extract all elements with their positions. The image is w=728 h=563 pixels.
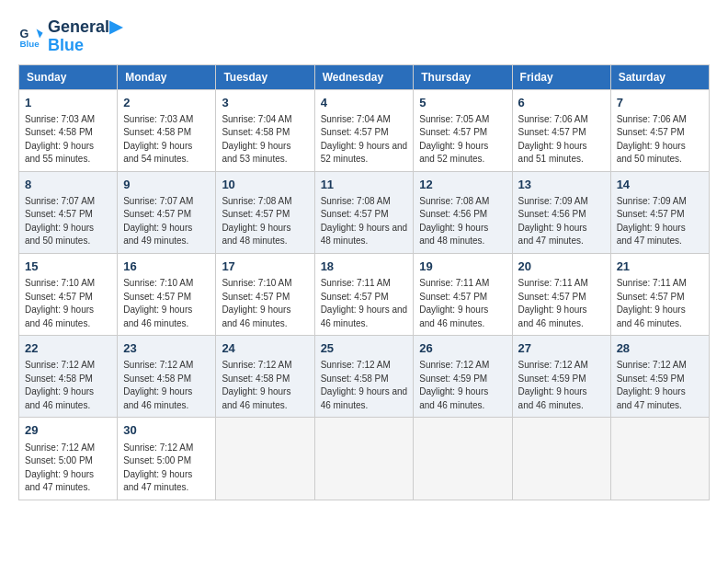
day-number: 18 — [321, 259, 408, 275]
day-info: Sunrise: 7:06 AMSunset: 4:57 PMDaylight:… — [518, 113, 605, 167]
calendar-empty-cell — [216, 418, 314, 500]
day-info: Sunrise: 7:12 AMSunset: 5:00 PMDaylight:… — [25, 442, 111, 495]
logo: G Blue General▶ Blue — [18, 18, 122, 55]
header-day-tuesday: Tuesday — [216, 64, 314, 89]
day-info: Sunrise: 7:11 AMSunset: 4:57 PMDaylight:… — [321, 277, 408, 330]
calendar-day-cell: 16Sunrise: 7:10 AMSunset: 4:57 PMDayligh… — [118, 253, 216, 335]
day-number: 13 — [518, 177, 605, 193]
day-info: Sunrise: 7:10 AMSunset: 4:57 PMDaylight:… — [123, 277, 210, 330]
calendar-day-cell: 8Sunrise: 7:07 AMSunset: 4:57 PMDaylight… — [19, 171, 118, 253]
day-number: 14 — [617, 177, 703, 193]
day-info: Sunrise: 7:12 AMSunset: 4:58 PMDaylight:… — [123, 359, 210, 412]
calendar-day-cell: 9Sunrise: 7:07 AMSunset: 4:57 PMDaylight… — [118, 171, 216, 253]
calendar-empty-cell — [512, 418, 610, 500]
header-day-thursday: Thursday — [414, 64, 512, 89]
calendar-day-cell: 3Sunrise: 7:04 AMSunset: 4:58 PMDaylight… — [216, 89, 314, 171]
day-number: 5 — [419, 95, 506, 111]
day-number: 10 — [222, 177, 308, 193]
day-info: Sunrise: 7:03 AMSunset: 4:58 PMDaylight:… — [123, 113, 210, 167]
calendar-week-row: 15Sunrise: 7:10 AMSunset: 4:57 PMDayligh… — [19, 253, 710, 335]
day-info: Sunrise: 7:12 AMSunset: 4:58 PMDaylight:… — [25, 359, 111, 412]
logo-text: General▶ Blue — [48, 18, 122, 55]
calendar-day-cell: 24Sunrise: 7:12 AMSunset: 4:58 PMDayligh… — [216, 336, 314, 418]
day-number: 16 — [123, 259, 210, 275]
day-info: Sunrise: 7:08 AMSunset: 4:57 PMDaylight:… — [321, 195, 408, 248]
day-number: 27 — [518, 340, 605, 357]
header-day-saturday: Saturday — [610, 64, 709, 89]
calendar-day-cell: 23Sunrise: 7:12 AMSunset: 4:58 PMDayligh… — [118, 336, 216, 418]
day-number: 24 — [222, 340, 308, 357]
day-info: Sunrise: 7:08 AMSunset: 4:57 PMDaylight:… — [222, 195, 308, 248]
calendar-day-cell: 5Sunrise: 7:05 AMSunset: 4:57 PMDaylight… — [414, 89, 512, 171]
calendar-day-cell: 2Sunrise: 7:03 AMSunset: 4:58 PMDaylight… — [118, 89, 216, 171]
calendar-header: SundayMondayTuesdayWednesdayThursdayFrid… — [19, 64, 710, 89]
calendar-day-cell: 29Sunrise: 7:12 AMSunset: 5:00 PMDayligh… — [19, 418, 118, 500]
day-info: Sunrise: 7:11 AMSunset: 4:57 PMDaylight:… — [419, 277, 506, 330]
calendar-day-cell: 19Sunrise: 7:11 AMSunset: 4:57 PMDayligh… — [414, 253, 512, 335]
calendar-empty-cell — [314, 418, 414, 500]
svg-marker-1 — [37, 29, 43, 38]
day-info: Sunrise: 7:07 AMSunset: 4:57 PMDaylight:… — [25, 195, 111, 248]
day-info: Sunrise: 7:12 AMSunset: 4:59 PMDaylight:… — [419, 359, 506, 412]
calendar-day-cell: 11Sunrise: 7:08 AMSunset: 4:57 PMDayligh… — [314, 171, 414, 253]
calendar-day-cell: 28Sunrise: 7:12 AMSunset: 4:59 PMDayligh… — [610, 336, 709, 418]
calendar-table: SundayMondayTuesdayWednesdayThursdayFrid… — [18, 64, 710, 500]
calendar-day-cell: 30Sunrise: 7:12 AMSunset: 5:00 PMDayligh… — [118, 418, 216, 500]
day-number: 9 — [123, 177, 210, 193]
logo-icon: G Blue — [18, 24, 44, 50]
day-number: 25 — [321, 340, 408, 357]
day-info: Sunrise: 7:12 AMSunset: 4:59 PMDaylight:… — [518, 359, 605, 412]
calendar-day-cell: 27Sunrise: 7:12 AMSunset: 4:59 PMDayligh… — [512, 336, 610, 418]
header-day-wednesday: Wednesday — [314, 64, 414, 89]
day-number: 29 — [25, 422, 111, 439]
calendar-day-cell: 7Sunrise: 7:06 AMSunset: 4:57 PMDaylight… — [610, 89, 709, 171]
svg-text:Blue: Blue — [19, 39, 40, 49]
day-info: Sunrise: 7:07 AMSunset: 4:57 PMDaylight:… — [123, 195, 210, 248]
calendar-body: 1Sunrise: 7:03 AMSunset: 4:58 PMDaylight… — [19, 89, 710, 500]
day-number: 12 — [419, 177, 506, 193]
calendar-day-cell: 26Sunrise: 7:12 AMSunset: 4:59 PMDayligh… — [414, 336, 512, 418]
calendar-day-cell: 14Sunrise: 7:09 AMSunset: 4:57 PMDayligh… — [610, 171, 709, 253]
day-number: 7 — [617, 95, 703, 111]
day-number: 28 — [617, 340, 703, 357]
day-info: Sunrise: 7:06 AMSunset: 4:57 PMDaylight:… — [617, 113, 703, 167]
calendar-day-cell: 25Sunrise: 7:12 AMSunset: 4:58 PMDayligh… — [314, 336, 414, 418]
day-number: 30 — [123, 422, 210, 439]
day-info: Sunrise: 7:10 AMSunset: 4:57 PMDaylight:… — [222, 277, 308, 330]
day-info: Sunrise: 7:03 AMSunset: 4:58 PMDaylight:… — [25, 113, 111, 167]
day-info: Sunrise: 7:08 AMSunset: 4:56 PMDaylight:… — [419, 195, 506, 248]
header-row: SundayMondayTuesdayWednesdayThursdayFrid… — [19, 64, 710, 89]
day-number: 21 — [617, 259, 703, 275]
header: G Blue General▶ Blue — [18, 18, 710, 55]
day-number: 26 — [419, 340, 506, 357]
day-info: Sunrise: 7:09 AMSunset: 4:57 PMDaylight:… — [617, 195, 703, 248]
day-number: 15 — [25, 259, 111, 275]
calendar-week-row: 8Sunrise: 7:07 AMSunset: 4:57 PMDaylight… — [19, 171, 710, 253]
day-info: Sunrise: 7:10 AMSunset: 4:57 PMDaylight:… — [25, 277, 111, 330]
day-number: 3 — [222, 95, 308, 111]
header-day-sunday: Sunday — [19, 64, 118, 89]
day-number: 8 — [25, 177, 111, 193]
calendar-day-cell: 1Sunrise: 7:03 AMSunset: 4:58 PMDaylight… — [19, 89, 118, 171]
calendar-day-cell: 10Sunrise: 7:08 AMSunset: 4:57 PMDayligh… — [216, 171, 314, 253]
day-info: Sunrise: 7:11 AMSunset: 4:57 PMDaylight:… — [617, 277, 703, 330]
calendar-week-row: 1Sunrise: 7:03 AMSunset: 4:58 PMDaylight… — [19, 89, 710, 171]
calendar-day-cell: 21Sunrise: 7:11 AMSunset: 4:57 PMDayligh… — [610, 253, 709, 335]
calendar-empty-cell — [610, 418, 709, 500]
day-info: Sunrise: 7:12 AMSunset: 4:58 PMDaylight:… — [321, 359, 408, 412]
day-number: 20 — [518, 259, 605, 275]
calendar-day-cell: 4Sunrise: 7:04 AMSunset: 4:57 PMDaylight… — [314, 89, 414, 171]
day-number: 6 — [518, 95, 605, 111]
day-number: 4 — [321, 95, 408, 111]
calendar-empty-cell — [414, 418, 512, 500]
day-number: 23 — [123, 340, 210, 357]
day-number: 17 — [222, 259, 308, 275]
calendar-day-cell: 17Sunrise: 7:10 AMSunset: 4:57 PMDayligh… — [216, 253, 314, 335]
day-info: Sunrise: 7:04 AMSunset: 4:58 PMDaylight:… — [222, 113, 308, 167]
day-info: Sunrise: 7:12 AMSunset: 4:59 PMDaylight:… — [617, 359, 703, 412]
day-info: Sunrise: 7:11 AMSunset: 4:57 PMDaylight:… — [518, 277, 605, 330]
calendar-day-cell: 6Sunrise: 7:06 AMSunset: 4:57 PMDaylight… — [512, 89, 610, 171]
header-day-friday: Friday — [512, 64, 610, 89]
calendar-day-cell: 20Sunrise: 7:11 AMSunset: 4:57 PMDayligh… — [512, 253, 610, 335]
header-day-monday: Monday — [118, 64, 216, 89]
